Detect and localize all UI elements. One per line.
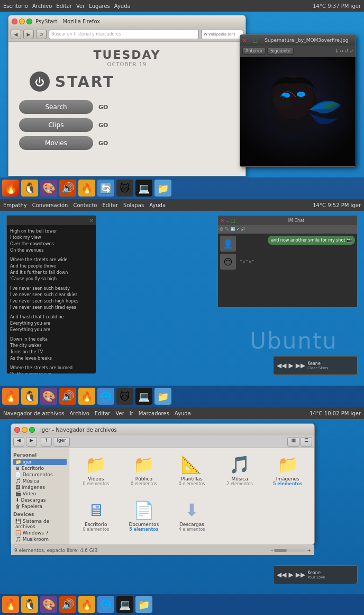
menu-archivo[interactable]: Archivo (32, 3, 52, 9)
taskbar2-icon-ubuntu[interactable]: 🐧 (21, 388, 38, 405)
fm-folder-plantillas[interactable]: 📐 Plantillas 0 elementos (169, 452, 214, 495)
imgviewer-next-button[interactable]: Siguiente (267, 48, 294, 55)
fm-max-button[interactable] (29, 427, 35, 433)
menu3-navarchivos[interactable]: Navegador de archivos (3, 411, 64, 416)
ff-close-button[interactable] (12, 19, 17, 24)
menu3-marcadores[interactable]: Marcadores (139, 411, 169, 416)
music3-play-button[interactable]: ▶ (288, 571, 293, 578)
music-play-button[interactable]: ▶ (288, 362, 293, 369)
ff-reload-button[interactable]: ↺ (36, 30, 47, 39)
fm-sidebar-musica[interactable]: 🎵 Música (13, 478, 67, 484)
taskbar-icon-firefox[interactable]: 🔥 (2, 180, 19, 197)
ff-back-button[interactable]: ◀ (11, 30, 21, 39)
chat-min-button[interactable]: – (226, 218, 229, 224)
imgviewer-min-button[interactable]: – (248, 38, 251, 43)
menu3-ayuda[interactable]: Ayuda (175, 411, 191, 416)
fm-folder-publico[interactable]: 📁 Público 0 elementos (122, 452, 167, 495)
fm-sidebar-imagenes[interactable]: 🖼 Imágenes (13, 484, 67, 491)
taskbar-icon-gimp[interactable]: 🎨 (40, 180, 57, 197)
menu-lugares[interactable]: Lugares (89, 3, 110, 9)
fm-folder-imagenes[interactable]: 📁 Imágenes 5 elementos (265, 452, 310, 495)
taskbar2-icon-files[interactable]: 📁 (154, 388, 171, 405)
fm-sidebar-video[interactable]: 🎬 Vídeo (13, 491, 67, 497)
fm-sidebar-musikroom[interactable]: 🎵 Musikroom (13, 536, 67, 542)
fm-folder-documentos[interactable]: 📄 Documentos 5 elementos (122, 498, 167, 540)
menu2-editar[interactable]: Editar (102, 202, 118, 208)
music3-prev-button[interactable]: ◀◀ (277, 571, 286, 578)
lyrics-content[interactable]: High on the bell towerI took my viewOver… (7, 225, 96, 373)
taskbar-icon-audio[interactable]: 🔊 (59, 180, 76, 197)
menu2-ayuda[interactable]: Ayuda (149, 202, 166, 208)
ff-min-button[interactable] (19, 19, 25, 24)
menu3-editar[interactable]: Editar (95, 411, 111, 416)
taskbar-icon-cat[interactable]: 🐱 (116, 180, 133, 197)
menu2-contacto[interactable]: Contacto (73, 202, 97, 208)
menu3-archivo[interactable]: Archivo (69, 411, 89, 416)
ff-max-button[interactable] (26, 19, 32, 24)
search-go-button[interactable]: GO (98, 104, 108, 111)
imgviewer-close-button[interactable]: ✕ (242, 38, 247, 43)
fm-sidebar-escritorio[interactable]: 🖥 Escritorio (13, 465, 67, 471)
imgviewer-prev-button[interactable]: Anterior (242, 48, 266, 55)
taskbar3-icon-audio[interactable]: 🔊 (59, 596, 76, 613)
fm-sidebar-descargas[interactable]: ⬇ Descargas (13, 497, 67, 503)
movies-button[interactable]: Movies (19, 136, 93, 150)
fm-up-button[interactable]: ↑ (41, 437, 52, 447)
taskbar2-icon-firefox[interactable]: 🔥 (2, 388, 19, 405)
taskbar3-icon-gimp[interactable]: 🎨 (40, 596, 57, 613)
ff-forward-button[interactable]: ▶ (23, 30, 34, 39)
taskbar-icon-update[interactable]: 🔄 (97, 180, 114, 197)
menu2-solapas[interactable]: Solapas (123, 202, 144, 208)
taskbar3-icon-files[interactable]: 📁 (135, 596, 152, 613)
taskbar2-icon-term[interactable]: 💻 (135, 388, 152, 405)
fm-forward-button[interactable]: ▶ (26, 437, 37, 447)
fm-zoom-slider[interactable] (274, 549, 306, 552)
fm-zoom-plus[interactable]: + (307, 548, 311, 553)
taskbar2-icon-audio[interactable]: 🔊 (59, 388, 76, 405)
taskbar3-icon-term[interactable]: 💻 (116, 596, 133, 613)
fm-back-button[interactable]: ◀ (13, 437, 24, 447)
fm-zoom-minus[interactable]: – (271, 548, 274, 553)
fm-grid-view-button[interactable]: ▦ (287, 437, 299, 447)
taskbar-icon-chrome[interactable]: 🐧 (21, 180, 38, 197)
movies-go-button[interactable]: GO (98, 140, 108, 147)
fm-sidebar-sistema[interactable]: 💾 Sistema de archivos (13, 518, 67, 530)
fm-close-button[interactable] (14, 427, 20, 433)
fm-sidebar-papelera[interactable]: 🗑 Papelera (13, 503, 67, 510)
taskbar-icon-term[interactable]: 💻 (135, 180, 152, 197)
chat-max-button[interactable]: □ (230, 218, 235, 224)
menu-ayuda[interactable]: Ayuda (114, 3, 131, 9)
music-next-button[interactable]: ▶▶ (296, 362, 305, 369)
menu3-ir[interactable]: Ir (130, 411, 133, 416)
fm-sidebar-documentos[interactable]: 📄 Documentos (13, 471, 67, 478)
taskbar2-icon-net[interactable]: 🌐 (97, 388, 114, 405)
fm-folder-escritorio[interactable]: 🖥 Escritorio 0 elementos (74, 498, 119, 540)
search-button[interactable]: Search (19, 100, 93, 114)
taskbar-icon-files[interactable]: 📁 (154, 180, 171, 197)
ff-urlbar[interactable]: Buscar en historial y marcadores (49, 30, 199, 39)
clips-button[interactable]: Clips (19, 118, 93, 132)
fm-folder-musica[interactable]: 🎵 Música 2 elementos (217, 452, 262, 495)
taskbar2-icon-vlc[interactable]: 🔥 (78, 388, 95, 405)
menu2-empathy[interactable]: Empathy (3, 202, 27, 208)
taskbar-icon-vlc[interactable]: 🔥 (78, 180, 95, 197)
imgviewer-max-button[interactable]: □ (252, 38, 257, 43)
music-prev-button[interactable]: ◀◀ (277, 362, 286, 369)
clips-go-button[interactable]: GO (98, 122, 108, 129)
ff-searchbox[interactable]: W Wikipedia (en) (201, 30, 243, 39)
fm-min-button[interactable] (22, 427, 28, 433)
chat-close-button[interactable]: ✕ (220, 218, 224, 224)
fm-path-btn[interactable]: iger (53, 437, 69, 447)
taskbar2-icon-gimp[interactable]: 🎨 (40, 388, 57, 405)
menu-editar[interactable]: Editar (56, 3, 72, 9)
taskbar3-icon-net[interactable]: 🌐 (97, 596, 114, 613)
fm-sidebar-win7[interactable]: 🪟 Windows 7 (13, 530, 67, 536)
fm-list-view-button[interactable]: ☰ (301, 437, 312, 447)
taskbar3-icon-vlc[interactable]: 🔥 (78, 596, 95, 613)
menu2-conversacion[interactable]: Conversación (32, 202, 68, 208)
menu-escritorio[interactable]: Escritorio (3, 3, 28, 9)
taskbar3-icon-firefox[interactable]: 🔥 (2, 596, 19, 613)
taskbar3-icon-ubuntu[interactable]: 🐧 (21, 596, 38, 613)
fm-folder-videos[interactable]: 📁 Vídeos 0 elementos (74, 452, 119, 495)
fm-folder-descargas[interactable]: ⬇ Descargas 4 elementos (169, 498, 214, 540)
